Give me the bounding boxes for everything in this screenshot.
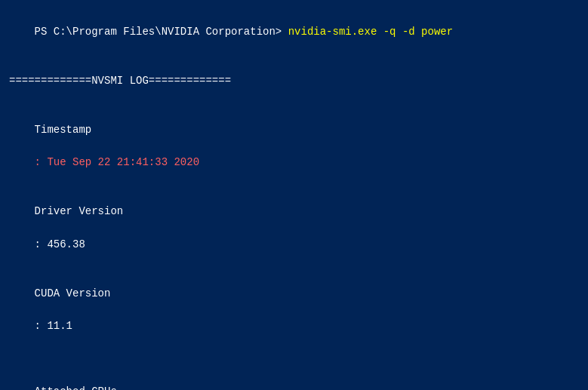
attached-gpus-line: Attached GPUs : 1 xyxy=(9,367,579,390)
cuda-version-line: CUDA Version : 11.1 xyxy=(9,269,579,351)
blank-line-2 xyxy=(9,89,579,106)
driver-spacer xyxy=(35,222,155,234)
command-line: PS C:\Program Files\NVIDIA Corporation> … xyxy=(9,8,579,57)
timestamp-spacer xyxy=(35,140,162,152)
nvsmi-separator: =============NVSMI LOG============= xyxy=(9,73,579,90)
blank-line-1 xyxy=(9,57,579,73)
cuda-spacer xyxy=(35,303,162,315)
cuda-label: CUDA Version xyxy=(35,287,111,299)
attached-label: Attached GPUs xyxy=(35,385,117,390)
command-text: nvidia-smi.exe -q -d power xyxy=(288,26,453,38)
driver-value: : 456.38 xyxy=(35,238,85,250)
driver-version-line: Driver Version : 456.38 xyxy=(9,188,579,269)
prompt-prefix: PS C:\Program Files\NVIDIA Corporation> xyxy=(35,26,288,38)
cuda-value: : 11.1 xyxy=(35,320,72,332)
timestamp-line: Timestamp : Tue Sep 22 21:41:33 2020 xyxy=(9,106,579,187)
timestamp-label: Timestamp xyxy=(35,124,92,136)
terminal-window: PS C:\Program Files\NVIDIA Corporation> … xyxy=(0,0,588,390)
driver-label: Driver Version xyxy=(35,205,124,217)
blank-line-3 xyxy=(9,351,579,367)
timestamp-value: : Tue Sep 22 21:41:33 2020 xyxy=(35,156,199,168)
